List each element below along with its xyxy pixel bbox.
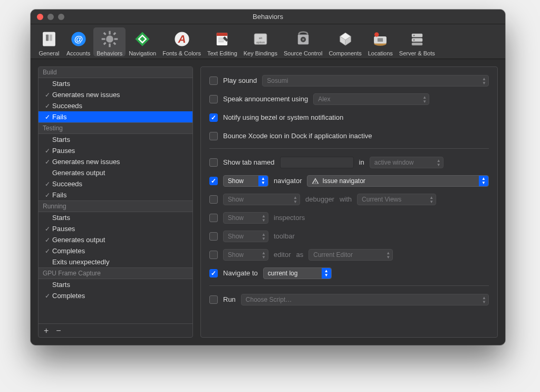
svg-point-5: [106, 35, 113, 43]
navigator-value-select[interactable]: Issue navigator ▲▼: [307, 175, 489, 187]
show-tab-checkbox[interactable]: [209, 158, 218, 167]
add-behavior-button[interactable]: +: [44, 327, 49, 335]
behavior-row-label: Generates output: [52, 236, 105, 244]
debugger-mode-select[interactable]: Show ▲▼: [223, 194, 300, 205]
behavior-row[interactable]: ✓Pauses: [38, 145, 192, 156]
svg-marker-14: [136, 32, 150, 46]
behavior-row[interactable]: ✓Generates new issues: [38, 89, 192, 100]
preferences-toolbar: General@AccountsBehaviorsNavigationAFont…: [31, 24, 505, 59]
svg-rect-7: [109, 44, 110, 47]
editor-checkbox[interactable]: [209, 251, 218, 259]
behavior-row-label: Fails: [52, 113, 66, 121]
toolbar-label: Source Control: [284, 50, 322, 56]
debugger-value-select[interactable]: Current Views ▲▼: [357, 194, 436, 205]
editor-as-label: as: [296, 251, 304, 259]
behavior-row[interactable]: Starts: [38, 212, 192, 223]
behavior-row[interactable]: Exits unexpectedly: [38, 256, 192, 267]
check-icon: ✓: [43, 91, 52, 99]
navigator-label: navigator: [274, 177, 302, 185]
toolbar-locations[interactable]: Locations: [365, 27, 396, 56]
run-checkbox[interactable]: [209, 295, 218, 304]
behavior-row[interactable]: ✓Completes: [38, 245, 192, 256]
navigation-icon: [133, 30, 152, 49]
behavior-row[interactable]: ✓Generates new issues: [38, 156, 192, 167]
show-tab-in-label: in: [359, 158, 364, 166]
behavior-row[interactable]: ✓Succeeds: [38, 100, 192, 111]
svg-rect-2: [50, 35, 52, 41]
check-icon: ✓: [43, 147, 52, 155]
behavior-row[interactable]: ✓Fails: [38, 111, 192, 122]
toolbar-source-control[interactable]: Source Control: [281, 27, 325, 56]
toolbar-label: Components: [329, 50, 361, 56]
debugger-checkbox[interactable]: [209, 195, 218, 204]
play-sound-checkbox[interactable]: [209, 77, 218, 85]
notify-checkbox[interactable]: [209, 113, 218, 122]
svg-text:@: @: [74, 34, 83, 44]
preferences-window: Behaviors General@AccountsBehaviorsNavig…: [31, 9, 505, 345]
toolbar-behaviors[interactable]: Behaviors: [93, 27, 126, 56]
behavior-row[interactable]: ✓Fails: [38, 189, 192, 200]
toolbar-text-editing[interactable]: Text Editing: [204, 27, 240, 56]
navigate-value-select[interactable]: current log ▲▼: [263, 267, 332, 279]
behavior-row-label: Completes: [52, 247, 85, 255]
source-control-icon: [294, 30, 313, 49]
toolbar-server-bots[interactable]: Server & Bots: [396, 27, 438, 56]
toolbar-navigation[interactable]: Navigation: [126, 27, 159, 56]
behavior-row[interactable]: ✓Pauses: [38, 223, 192, 234]
navigate-checkbox[interactable]: [209, 269, 218, 278]
toolbar-mode-select[interactable]: Show ▲▼: [223, 231, 268, 242]
debugger-with-label: with: [340, 195, 352, 203]
behavior-row-label: Generates new issues: [52, 158, 120, 166]
speak-voice-select[interactable]: Alex ▲▼: [313, 93, 429, 105]
bounce-checkbox[interactable]: [209, 132, 218, 140]
general-icon: [40, 30, 59, 49]
navigator-checkbox[interactable]: [209, 177, 218, 185]
behavior-row-label: Generates new issues: [52, 91, 120, 99]
behavior-row[interactable]: Starts: [38, 279, 192, 290]
check-icon: ✓: [43, 247, 52, 255]
svg-rect-6: [109, 31, 110, 35]
svg-rect-18: [217, 33, 227, 36]
toolbar-checkbox[interactable]: [209, 232, 218, 241]
behavior-row[interactable]: Starts: [38, 78, 192, 89]
behavior-row[interactable]: ✓Succeeds: [38, 178, 192, 189]
svg-rect-13: [103, 42, 106, 45]
play-sound-label: Play sound: [223, 77, 257, 84]
inspectors-checkbox[interactable]: [209, 214, 218, 222]
behavior-row[interactable]: ✓Generates output: [38, 234, 192, 245]
behaviors-list[interactable]: BuildStarts✓Generates new issues✓Succeed…: [38, 67, 192, 323]
run-script-select[interactable]: Choose Script… ▲▼: [241, 294, 489, 305]
behavior-row[interactable]: Starts: [38, 134, 192, 145]
notify-label: Notify using bezel or system notificatio…: [223, 113, 343, 121]
speak-label: Speak announcement using: [223, 95, 308, 103]
svg-rect-9: [114, 38, 118, 40]
navigate-label: Navigate to: [223, 269, 258, 277]
behaviors-sidebar: BuildStarts✓Generates new issues✓Succeed…: [38, 66, 193, 338]
toolbar-accounts[interactable]: @Accounts: [63, 27, 93, 56]
behavior-row[interactable]: ✓Completes: [38, 290, 192, 301]
speak-checkbox[interactable]: [209, 95, 218, 103]
behavior-row-label: Pauses: [52, 147, 75, 155]
toolbar-general[interactable]: General: [35, 27, 63, 56]
behavior-row-label: Starts: [52, 281, 70, 289]
toolbar-fonts-colors[interactable]: AFonts & Colors: [159, 27, 204, 56]
editor-mode-select[interactable]: Show ▲▼: [223, 249, 268, 261]
behavior-row-label: Succeeds: [52, 102, 82, 110]
play-sound-select[interactable]: Sosumi ▲▼: [262, 75, 489, 87]
toolbar-label: Accounts: [66, 50, 90, 56]
group-header: GPU Frame Capture: [38, 267, 192, 279]
behavior-row-label: Exits unexpectedly: [52, 258, 109, 266]
remove-behavior-button[interactable]: −: [56, 327, 61, 335]
behavior-detail: Play sound Sosumi ▲▼ Speak announcement …: [200, 66, 498, 338]
editor-value-select[interactable]: Current Editor ▲▼: [308, 249, 393, 261]
svg-text:alt: alt: [259, 36, 263, 40]
show-tab-window-select[interactable]: active window ▲▼: [370, 157, 443, 168]
inspectors-mode-select[interactable]: Show ▲▼: [223, 212, 268, 224]
toolbar-components[interactable]: Components: [325, 27, 364, 56]
toolbar-key-bindings[interactable]: altoptionKey Bindings: [240, 27, 281, 56]
navigator-mode-select[interactable]: Show ▲▼: [223, 175, 268, 187]
toolbar-label: Locations: [368, 50, 393, 56]
show-tab-name-input[interactable]: [280, 157, 354, 168]
warning-icon: [312, 177, 319, 185]
behavior-row[interactable]: Generates output: [38, 167, 192, 178]
